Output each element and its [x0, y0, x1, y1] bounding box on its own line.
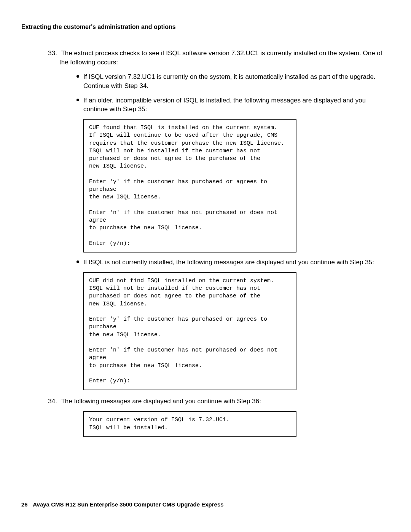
step-34-code-block: Your current version of ISQL is 7.32.UC1…	[83, 411, 296, 437]
step-33-bullet-list: If ISQL version 7.32.UC1 is currently on…	[72, 72, 390, 390]
step-33-code-block-1: CUE found that ISQL is installed on the …	[83, 119, 296, 252]
page-header: Extracting the customer's administration…	[21, 23, 390, 31]
step-33-bullet-1: If ISQL version 7.32.UC1 is currently on…	[83, 72, 390, 91]
page-number: 26	[21, 501, 28, 508]
footer-title: Avaya CMS R12 Sun Enterprise 3500 Comput…	[33, 501, 223, 508]
step-33: 33. The extract process checks to see if…	[59, 49, 390, 390]
step-34: 34. The following messages are displayed…	[59, 397, 390, 436]
step-33-bullet-3: If ISQL is not currently installed, the …	[83, 258, 390, 390]
step-33-intro: The extract process checks to see if ISQ…	[59, 50, 382, 66]
step-number-33: 33.	[46, 49, 57, 58]
step-number-34: 34.	[46, 397, 57, 406]
main-content: 33. The extract process checks to see if…	[21, 49, 390, 436]
step-33-code-block-2: CUE did not find ISQL installed on the c…	[83, 272, 296, 390]
step-33-body: If ISQL version 7.32.UC1 is currently on…	[59, 72, 390, 390]
step-34-intro: The following messages are displayed and…	[61, 398, 261, 405]
step-33-bullet-2-text: If an older, incompatible version of ISQ…	[83, 97, 366, 113]
page-footer: 26 Avaya CMS R12 Sun Enterprise 3500 Com…	[21, 500, 224, 508]
step-33-bullet-3-text: If ISQL is not currently installed, the …	[83, 259, 374, 266]
step-34-body: Your current version of ISQL is 7.32.UC1…	[59, 411, 390, 437]
step-33-bullet-2: If an older, incompatible version of ISQ…	[83, 96, 390, 253]
step-33-bullet-1-text: If ISQL version 7.32.UC1 is currently on…	[83, 73, 376, 89]
